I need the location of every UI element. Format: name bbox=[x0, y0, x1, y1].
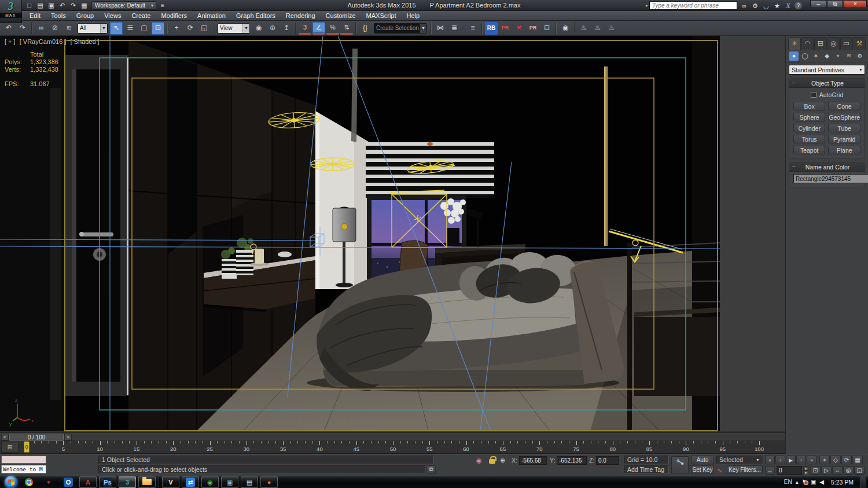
create-box-button[interactable]: Box bbox=[793, 102, 825, 110]
object-type-rollout-header[interactable]: − Object Type bbox=[789, 79, 865, 88]
rectangular-selection-region-icon[interactable]: ▢ bbox=[138, 22, 150, 35]
communication-center-icon[interactable]: ⚙ bbox=[751, 2, 760, 10]
hidden-icons-button[interactable]: ▴ bbox=[796, 479, 799, 485]
door[interactable] bbox=[65, 55, 128, 396]
previous-frame-arrow[interactable]: < bbox=[1, 434, 9, 441]
create-torus-button[interactable]: Torus bbox=[793, 135, 825, 143]
reference-coordinate-dropdown[interactable]: View▼ bbox=[218, 23, 250, 34]
category-shapes[interactable]: ◯ bbox=[800, 51, 810, 61]
taskbar-notes[interactable]: ▤ bbox=[241, 476, 258, 488]
taskbar-teamviewer[interactable]: ⇄ bbox=[182, 476, 199, 488]
previous-frame-button[interactable]: ‹ bbox=[775, 456, 785, 464]
viewport-menu-general[interactable]: [ + ] bbox=[5, 38, 16, 45]
language-indicator[interactable]: EN bbox=[784, 479, 792, 485]
render-production-icon[interactable]: ♨ bbox=[605, 22, 618, 35]
preset-delete-icon[interactable]: PR bbox=[499, 22, 512, 35]
material-editor-icon[interactable]: ◉ bbox=[559, 22, 572, 35]
taskbar-3dsmax[interactable]: 3 bbox=[119, 476, 136, 488]
railclone-rb-icon[interactable]: RB bbox=[485, 22, 498, 35]
menu-views[interactable]: Views bbox=[99, 11, 126, 20]
object-name-field[interactable] bbox=[793, 174, 868, 183]
select-and-link-icon[interactable]: ∞ bbox=[35, 22, 47, 35]
align-icon[interactable]: ≣ bbox=[448, 22, 461, 35]
tab-utilities[interactable]: ⚒ bbox=[854, 37, 866, 50]
percent-snap-icon[interactable]: % bbox=[326, 22, 339, 35]
open-file-icon[interactable]: ▤ bbox=[35, 1, 45, 10]
menu-edit[interactable]: Edit bbox=[24, 11, 46, 20]
maxscript-mini-listener-pink[interactable] bbox=[1, 456, 46, 464]
default-in-out-tangents-icon[interactable]: ∿ bbox=[717, 467, 722, 474]
menu-customize[interactable]: Customize bbox=[321, 11, 361, 20]
time-slider-handle[interactable]: 0 / 100 bbox=[9, 434, 64, 441]
category-cameras[interactable]: ◆ bbox=[822, 51, 832, 61]
taskbar-autocad[interactable]: A bbox=[79, 476, 97, 488]
show-desktop-button[interactable] bbox=[860, 476, 866, 488]
minimize-button[interactable]: – bbox=[810, 0, 826, 8]
preset-tools-icon[interactable]: ⚒ bbox=[513, 22, 525, 35]
x-coordinate-field[interactable] bbox=[519, 456, 547, 465]
next-frame-arrow[interactable]: > bbox=[64, 434, 72, 441]
application-menu-button[interactable]: 3 MAX bbox=[0, 0, 22, 23]
undo-icon[interactable]: ↶ bbox=[2, 22, 15, 35]
isolate-selection-icon[interactable]: ◉ bbox=[476, 457, 482, 464]
spinner-snap-icon[interactable]: ⇅ bbox=[340, 22, 353, 35]
select-object-icon[interactable]: ↖ bbox=[110, 22, 123, 35]
window-blinds[interactable] bbox=[366, 142, 494, 198]
redo-history-icon[interactable]: ↷ bbox=[68, 1, 78, 10]
absolute-mode-icon[interactable]: ⊕ bbox=[500, 457, 505, 464]
bind-to-spacewarp-icon[interactable]: ≋ bbox=[62, 22, 75, 35]
y-coordinate-field[interactable] bbox=[557, 456, 587, 465]
time-slider-track[interactable]: < 0 / 100 > bbox=[0, 432, 785, 441]
network-icon[interactable]: ▣ bbox=[811, 479, 816, 485]
keyboard-shortcut-override-icon[interactable]: ↥ bbox=[280, 22, 293, 35]
taskbar-app-green[interactable]: ◉ bbox=[201, 476, 219, 488]
play-button[interactable]: ▶ bbox=[786, 456, 796, 464]
spinner-up-icon[interactable]: ▲ bbox=[803, 466, 808, 471]
redo-icon[interactable]: ↷ bbox=[16, 22, 29, 35]
track-bar[interactable]: ⊞ 51015202530354045505560657075808590951… bbox=[0, 441, 785, 454]
go-to-start-button[interactable]: « bbox=[765, 456, 775, 464]
rendered-frame-window-icon[interactable]: ♨ bbox=[591, 22, 604, 35]
current-frame-field[interactable] bbox=[777, 466, 802, 475]
clock[interactable]: 5:23 PM bbox=[827, 479, 857, 486]
preset-select-icon[interactable]: PR bbox=[527, 22, 539, 35]
menu-modifiers[interactable]: Modifiers bbox=[156, 11, 192, 20]
viewport-menu-camera[interactable]: [ VRayCam016 ] bbox=[20, 38, 67, 45]
viewport-menu-shading[interactable]: [ Shaded ] bbox=[70, 38, 99, 45]
tab-motion[interactable]: ◎ bbox=[827, 37, 840, 50]
spinner-down-icon[interactable]: ▼ bbox=[803, 471, 808, 475]
help-icon[interactable]: ? bbox=[795, 2, 802, 9]
hanging-pole[interactable] bbox=[604, 66, 608, 246]
set-keys-button[interactable]: ⊶ bbox=[671, 456, 689, 474]
layer-manager-icon[interactable]: ≡ bbox=[466, 22, 479, 35]
frame-buffer-icon[interactable]: ⊟ bbox=[540, 22, 553, 35]
search-input[interactable] bbox=[649, 1, 737, 10]
maxscript-mini-listener-white[interactable]: Welcome to M bbox=[1, 465, 46, 474]
search-expand-icon[interactable]: ▸ bbox=[646, 3, 648, 8]
save-file-icon[interactable]: ▣ bbox=[46, 1, 56, 10]
taskbar-chrome[interactable] bbox=[20, 476, 38, 488]
exchange-apps-icon[interactable]: X bbox=[784, 2, 793, 10]
taskbar-app-v[interactable]: V bbox=[162, 476, 179, 488]
create-sphere-button[interactable]: Sphere bbox=[793, 113, 825, 121]
taskbar-explorer[interactable] bbox=[138, 476, 156, 488]
close-button[interactable]: × bbox=[844, 0, 867, 8]
category-systems[interactable]: ⚙ bbox=[855, 51, 865, 61]
key-filters-button[interactable]: Key Filters... bbox=[727, 465, 763, 474]
key-mode-toggle[interactable]: ↔ bbox=[765, 466, 775, 475]
maximize-toggle-button[interactable]: ◱ bbox=[854, 466, 865, 475]
start-button[interactable] bbox=[3, 476, 19, 488]
tab-hierarchy[interactable]: ⊟ bbox=[814, 37, 827, 50]
time-tag[interactable]: Add Time Tag bbox=[624, 465, 669, 474]
select-by-name-icon[interactable]: ☰ bbox=[124, 22, 137, 35]
volume-icon[interactable]: ◀ bbox=[819, 479, 824, 485]
undo-history-icon[interactable]: ↶ bbox=[57, 1, 67, 10]
tab-modify[interactable]: ◠ bbox=[801, 37, 814, 50]
unlink-selection-icon[interactable]: ⊘ bbox=[49, 22, 61, 35]
action-center-icon[interactable]: ⚑ bbox=[802, 479, 807, 485]
menu-help[interactable]: Help bbox=[402, 11, 425, 20]
mirror-icon[interactable]: ⋈ bbox=[434, 22, 447, 35]
time-configuration-button[interactable]: ⊡ bbox=[810, 466, 821, 475]
taskbar-remote-desktop[interactable]: ▣ bbox=[221, 476, 238, 488]
search-binoculars-icon[interactable]: ∞ bbox=[740, 2, 749, 10]
